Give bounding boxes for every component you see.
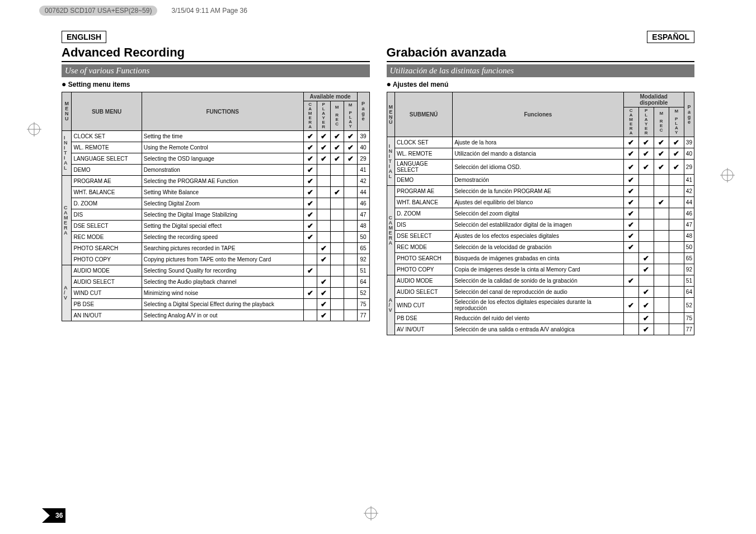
mode-mrec-cell xyxy=(330,310,344,321)
table-row: DSE SELECTSetting the Digital special ef… xyxy=(62,221,370,232)
mode-mrec-cell xyxy=(330,232,344,243)
menu-group-cell: A/V xyxy=(387,275,395,335)
mode-mplay-cell xyxy=(344,299,357,310)
submenu-cell: AUDIO SELECT xyxy=(395,287,453,298)
mode-player-cell: ✔ xyxy=(317,299,330,310)
submenu-cell: PHOTO COPY xyxy=(72,254,142,265)
table-row: A/VAUDIO MODESelección de la calidad de … xyxy=(387,275,694,287)
mode-camera-cell: ✔ xyxy=(303,198,317,209)
mode-player-cell xyxy=(638,242,654,253)
mode-camera-cell: ✔ xyxy=(303,142,317,153)
function-cell: Selección de una salida o entrada A/V an… xyxy=(453,324,624,335)
mode-mplay-cell xyxy=(669,219,684,231)
page-ref-cell: 64 xyxy=(357,277,369,288)
mode-player-cell xyxy=(638,175,654,186)
mode-mrec-cell xyxy=(654,324,669,335)
function-cell: Utilización del mando a distancia xyxy=(453,148,624,160)
mode-camera-cell: ✔ xyxy=(623,137,638,148)
function-cell: Búsqueda de imágenes grabadas en cinta xyxy=(453,253,624,264)
menu-group-cell: INITIAL xyxy=(62,131,72,176)
function-cell: Selección del idioma OSD. xyxy=(453,160,624,175)
mode-mrec-cell xyxy=(654,253,669,264)
mode-mplay-cell xyxy=(669,186,684,197)
mode-mplay-cell xyxy=(669,197,684,208)
page-ref-cell: 52 xyxy=(357,288,369,299)
mode-player-cell xyxy=(317,187,330,198)
th-camera: CAMERA xyxy=(303,101,317,131)
page-ref-cell: 51 xyxy=(684,275,694,287)
submenu-cell: PB DSE xyxy=(72,299,142,310)
table-row: WL. REMOTEUsing the Remote Control✔✔✔✔40 xyxy=(62,142,370,153)
table-row: A/VAUDIO MODESelecting Sound Quality for… xyxy=(62,265,370,277)
mode-mrec-cell xyxy=(654,242,669,253)
mode-player-cell xyxy=(638,219,654,231)
table-row: PB DSESelecting a Digital Special Effect… xyxy=(62,299,370,310)
mode-camera-cell: ✔ xyxy=(303,221,317,232)
th-mrec: MREC xyxy=(330,101,344,131)
page-ref-cell: 48 xyxy=(357,221,369,232)
mode-mplay-cell: ✔ xyxy=(344,131,357,142)
function-cell: Selecting the Digital Image Stabilizing xyxy=(142,209,303,221)
table-row: WIND CUTMinimizing wind noise✔✔52 xyxy=(62,288,370,299)
table-row: WHT. BALANCEAjustes del equilibrio del b… xyxy=(387,197,694,208)
submenu-cell: LANGUAGE SELECT xyxy=(395,160,453,175)
mode-player-cell xyxy=(638,231,654,242)
table-row: DISSelección del establilizador digital … xyxy=(387,219,694,231)
mode-camera-cell: ✔ xyxy=(303,176,317,187)
th-submenu: SUBMENÚ xyxy=(395,92,453,137)
mode-mrec-cell xyxy=(654,186,669,197)
mode-player-cell: ✔ xyxy=(317,254,330,265)
function-cell: Selección de la función PROGRAM AE xyxy=(453,186,624,197)
mode-camera-cell: ✔ xyxy=(303,187,317,198)
mode-mrec-cell xyxy=(330,209,344,221)
mode-camera-cell xyxy=(623,264,638,275)
function-cell: Selección del zoom digital xyxy=(453,208,624,219)
page-ref-cell: 47 xyxy=(684,219,694,231)
page-ref-cell: 47 xyxy=(357,209,369,221)
menu-group-cell: A/V xyxy=(62,265,72,321)
table-row: WL. REMOTEUtilización del mando a distan… xyxy=(387,148,694,160)
mode-mrec-cell: ✔ xyxy=(654,160,669,175)
submenu-cell: DIS xyxy=(395,219,453,231)
page-ref-cell: 65 xyxy=(357,243,369,254)
reg-target-icon xyxy=(27,122,41,139)
mode-camera-cell: ✔ xyxy=(623,242,638,253)
mode-mplay-cell: ✔ xyxy=(669,148,684,160)
submenu-cell: PB DSE xyxy=(395,313,453,324)
function-cell: Ajuste de la hora xyxy=(453,137,624,148)
page-ref-cell: 39 xyxy=(357,131,369,142)
page-ref-cell: 51 xyxy=(357,265,369,277)
submenu-cell: REC MODE xyxy=(72,232,142,243)
page-ref-cell: 52 xyxy=(684,298,694,313)
mode-player-cell xyxy=(317,265,330,277)
page-ref-cell: 92 xyxy=(684,264,694,275)
mode-mrec-cell xyxy=(330,288,344,299)
function-cell: Using the Remote Control xyxy=(142,142,303,153)
mode-player-cell xyxy=(638,186,654,197)
table-row: PB DSEReducción del ruido del viento✔75 xyxy=(387,313,694,324)
mode-camera-cell xyxy=(303,310,317,321)
mode-camera-cell: ✔ xyxy=(303,288,317,299)
section-subtitle: Utilización de las distintas funciones xyxy=(387,64,695,77)
mode-mrec-cell xyxy=(330,277,344,288)
mode-player-cell: ✔ xyxy=(638,137,654,148)
mode-mplay-cell xyxy=(669,298,684,313)
function-cell: Reducción del ruido del viento xyxy=(453,313,624,324)
th-mode-group: Modalidad disponible xyxy=(623,92,684,107)
submenu-cell: REC MODE xyxy=(395,242,453,253)
mode-player-cell: ✔ xyxy=(638,148,654,160)
function-cell: Selecting the OSD language xyxy=(142,153,303,165)
page-ref-cell: 77 xyxy=(357,310,369,321)
submenu-cell: DSE SELECT xyxy=(72,221,142,232)
mode-mplay-cell: ✔ xyxy=(669,160,684,175)
setting-menu-label: ● Setting menu items xyxy=(62,79,370,88)
mode-camera-cell: ✔ xyxy=(303,265,317,277)
th-submenu: SUB MENU xyxy=(72,92,142,131)
mode-camera-cell: ✔ xyxy=(623,148,638,160)
mode-mplay-cell xyxy=(669,253,684,264)
mode-player-cell xyxy=(638,208,654,219)
submenu-cell: PROGRAM AE xyxy=(72,176,142,187)
language-label: ESPAÑOL xyxy=(647,31,694,43)
mode-mplay-cell xyxy=(344,254,357,265)
mode-camera-cell: ✔ xyxy=(303,209,317,221)
